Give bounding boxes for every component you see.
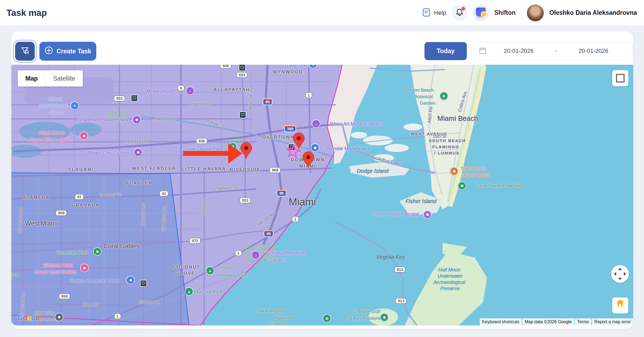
page-title: Task map <box>6 8 47 18</box>
help-button[interactable]: Help <box>422 8 446 18</box>
map-label: / LUMMUS <box>434 151 460 155</box>
fullscreen-button[interactable] <box>612 70 628 86</box>
map-label: FLAGLER <box>126 180 153 186</box>
route-shield: 933 <box>236 72 248 78</box>
notifications-button[interactable] <box>452 5 467 21</box>
date-to[interactable]: 20-01-2026 <box>561 48 625 54</box>
shopping-icon[interactable] <box>126 276 135 284</box>
golf-icon[interactable] <box>380 313 389 322</box>
map-label: David T. <box>221 265 237 270</box>
map-label: ALLAPATTAH <box>213 87 250 92</box>
map-label: RIVERSIDE <box>230 167 261 172</box>
create-task-button[interactable]: Create Task <box>39 42 96 61</box>
terms-link[interactable]: Terms <box>575 318 591 325</box>
map-type-satellite[interactable]: Satellite <box>45 70 83 87</box>
hotel-icon[interactable] <box>80 264 89 272</box>
keyboard-shortcuts-link[interactable]: Keyboard shortcuts <box>480 318 522 325</box>
route-shield: 1 <box>292 216 299 222</box>
avatar[interactable] <box>527 4 544 22</box>
map-overlay-layer: WYNWOODALLAPATTAHOVERTOWNLITTLE HAVANARI… <box>11 65 633 325</box>
route-shield: 1 <box>305 92 312 98</box>
calendar-icon <box>479 47 487 56</box>
map-label: WYNWOOD <box>273 69 303 75</box>
map-label: Blue Rd <box>83 302 98 307</box>
map-label: at Key Biscayne <box>348 316 381 321</box>
pier-icon[interactable] <box>458 181 466 190</box>
route-shield: 959 <box>56 210 67 216</box>
park-icon[interactable]: ▲ <box>206 266 214 275</box>
route-shield: 959 <box>59 293 70 299</box>
hotel-icon[interactable] <box>80 132 88 140</box>
pool-icon[interactable] <box>93 247 102 256</box>
report-error-link[interactable]: Report a map error <box>592 318 633 325</box>
route-shield: 1 <box>235 250 242 256</box>
date-range-picker[interactable]: 20-01-2026 - 20-01-2026 <box>471 42 633 60</box>
map-label: Grapeland Water Park <box>78 117 128 123</box>
shopping-icon[interactable] <box>311 143 319 152</box>
museum-icon[interactable]: ⌂ <box>251 251 260 259</box>
map-label: Half Moon <box>438 267 460 273</box>
pan-control[interactable] <box>611 265 629 283</box>
transit-icon[interactable] <box>239 111 246 118</box>
filter-button[interactable] <box>15 42 35 61</box>
map-label: GRANADA <box>71 202 100 208</box>
map-canvas[interactable]: WYNWOODALLAPATTAHOVERTOWNLITTLE HAVANARI… <box>11 65 633 325</box>
pan-down-icon <box>618 278 622 280</box>
route-shield: 972 <box>189 238 201 244</box>
map-label: Hilton Miami <box>39 130 64 136</box>
google-logo[interactable]: Google <box>18 314 41 322</box>
map-label: SW 67th Ave <box>18 208 23 233</box>
pan-left-icon <box>614 272 616 276</box>
transit-icon[interactable] <box>239 65 246 71</box>
map-label: SW 67th Ave <box>20 292 26 317</box>
transit-icon[interactable] <box>131 95 138 102</box>
map-label: International <box>40 103 68 109</box>
map-label: Crandon Golf <box>353 309 380 314</box>
garden-icon[interactable]: ✿ <box>440 92 448 100</box>
museum-icon[interactable]: ⌂ <box>312 119 320 128</box>
map-label: 15th St <box>433 134 446 139</box>
map-label: NW 11th St <box>126 139 148 144</box>
university-icon[interactable] <box>55 313 63 321</box>
map-label: South Pointe Park Pier <box>475 183 522 188</box>
route-shield: 1 <box>114 313 121 319</box>
park-icon[interactable]: ▲ <box>185 287 193 296</box>
museum-icon[interactable]: ⌂ <box>186 87 194 95</box>
interstate-shield: 395 <box>284 126 296 132</box>
map-label: The Kampong, <box>256 308 286 314</box>
task-marker[interactable] <box>302 151 314 170</box>
map-label: Garden <box>420 101 435 106</box>
pan-right-icon <box>624 272 626 276</box>
date-from[interactable]: 20-01-2026 <box>487 48 551 54</box>
water-park-icon[interactable] <box>132 115 141 124</box>
map-label: SW 3rd Ave <box>256 210 277 227</box>
transit-icon[interactable] <box>140 280 147 287</box>
brand-logo[interactable]: HIFTO <box>473 5 489 21</box>
map-label: NW 17th St <box>154 116 176 121</box>
map-label: Fisher Island <box>406 198 437 204</box>
map-label: Miami Beach <box>462 173 489 178</box>
pegman-button[interactable] <box>612 297 628 314</box>
map-label: Archaeological <box>433 280 465 285</box>
map-label: Miami Beach <box>437 114 478 123</box>
map-label: FLAMINGO <box>432 145 459 149</box>
map-label: Park <box>11 272 18 278</box>
map-label: 22nd Ave <box>201 198 207 216</box>
help-icon <box>422 8 431 18</box>
app-header: Task map Help HIFTO Shifton Oleshko <box>0 0 644 26</box>
garden-icon[interactable]: ✿ <box>323 314 331 323</box>
restaurant-icon[interactable] <box>450 167 458 176</box>
task-map-card: Create Task Today 20-01-2026 - 20-01-202… <box>11 31 633 329</box>
header-divider <box>521 7 521 19</box>
route-shield: 9 <box>177 85 184 91</box>
map-label: Biltmore Hotel <box>43 263 73 268</box>
pegman-icon <box>617 300 624 311</box>
today-button[interactable]: Today <box>424 42 467 60</box>
casino-icon[interactable] <box>134 148 142 157</box>
map-label: Tamiami Trl <box>99 192 121 198</box>
task-map-page: Task map Help HIFTO Shifton Oleshko <box>0 0 644 337</box>
map-type-map[interactable]: Map <box>18 70 45 87</box>
airport-icon[interactable]: ✈ <box>70 101 79 110</box>
map-label: Tropical <box>270 321 286 325</box>
camera-icon[interactable] <box>423 210 432 219</box>
